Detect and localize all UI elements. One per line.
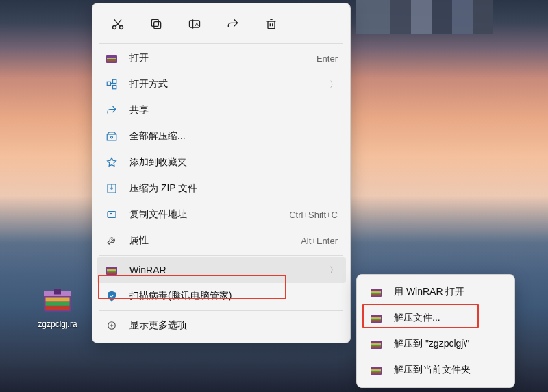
svg-text:A: A [195,21,199,27]
menu-properties-hint: Alt+Enter [301,236,338,246]
redacted-area [356,0,493,34]
svg-rect-14 [107,58,116,59]
winrar-icon [369,337,383,351]
desktop-file-label: zgzpclgj.ra [30,319,85,329]
menu-show-more[interactable]: 显示更多选项 [97,313,346,339]
submenu-extract-here-label: 解压到当前文件夹 [394,364,502,376]
svg-rect-4 [46,306,70,310]
winrar-icon [105,263,119,277]
svg-point-22 [111,188,112,189]
copy-path-icon [105,208,119,221]
submenu-open-label: 用 WinRAR 打开 [394,286,502,298]
more-icon [105,319,119,332]
svg-point-20 [111,136,113,138]
share-icon [105,103,119,117]
svg-rect-26 [107,271,116,273]
svg-rect-42 [371,369,381,371]
menu-scan-label: 扫描病毒(腾讯电脑管家) [129,290,338,302]
svg-rect-3 [46,302,70,306]
menu-copy-path-label: 复制文件地址 [129,208,289,221]
menu-share[interactable]: 共享 [97,97,346,123]
svg-rect-31 [371,293,381,295]
chevron-right-icon: 〉 [329,79,338,90]
separator [99,255,343,256]
svg-rect-27 [107,273,116,274]
menu-open-with-label: 打开方式 [129,78,324,90]
menu-extract-all-label: 全部解压缩... [129,130,338,143]
submenu-extract-to-label: 解压到 "zgzpclgj\" [394,338,502,350]
svg-rect-5 [54,289,61,295]
svg-rect-44 [371,373,381,374]
separator [99,310,343,311]
svg-rect-2 [46,298,70,302]
svg-rect-23 [108,212,116,218]
menu-open-label: 打开 [129,52,316,64]
svg-rect-40 [371,347,381,348]
winrar-icon [369,311,383,325]
open-with-icon [105,77,119,91]
svg-rect-16 [107,61,116,62]
extract-all-icon [105,130,119,143]
copy-icon[interactable] [143,13,169,35]
shield-icon [105,289,119,303]
svg-rect-8 [154,22,161,29]
svg-rect-18 [113,79,116,83]
menu-favorite-label: 添加到收藏夹 [129,156,338,169]
submenu-extract-files-label: 解压文件... [394,312,502,324]
menu-properties-label: 属性 [129,234,301,247]
menu-zip-label: 压缩为 ZIP 文件 [129,182,338,195]
submenu-extract-files[interactable]: 解压文件... [361,305,510,331]
svg-rect-36 [371,321,381,322]
svg-rect-38 [371,343,381,345]
svg-rect-30 [371,291,381,293]
menu-winrar-label: WinRAR [129,265,324,275]
winrar-icon [105,51,119,65]
svg-rect-12 [268,21,275,29]
winrar-submenu: 用 WinRAR 打开 解压文件... 解压到 "zgzpclgj\" 解压到当… [356,274,515,388]
menu-copy-path[interactable]: 复制文件地址 Ctrl+Shift+C [97,201,346,228]
svg-point-6 [113,26,116,29]
svg-rect-9 [151,19,158,26]
menu-copy-path-hint: Ctrl+Shift+C [289,210,338,220]
menu-more-label: 显示更多选项 [129,319,338,332]
svg-rect-43 [371,371,381,373]
winrar-icon [369,285,383,299]
menu-scan-virus[interactable]: 扫描病毒(腾讯电脑管家) [97,283,346,309]
menu-zip[interactable]: 压缩为 ZIP 文件 [97,175,346,201]
star-icon [105,156,119,169]
menu-share-label: 共享 [129,104,338,117]
desktop-file-zgzpclgj[interactable]: zgzpclgj.ra [30,282,85,329]
winrar-file-icon [40,282,75,317]
svg-rect-34 [371,317,381,319]
menu-open[interactable]: 打开 Enter [97,45,346,71]
chevron-right-icon: 〉 [329,265,338,276]
svg-rect-25 [107,269,116,271]
svg-rect-15 [107,60,116,61]
wrench-icon [105,234,119,247]
svg-rect-39 [371,345,381,347]
menu-winrar[interactable]: WinRAR 〉 [97,257,346,283]
svg-rect-35 [371,319,381,321]
menu-open-hint: Enter [316,53,338,64]
context-menu: A 打开 Enter 打开方式 〉 [92,3,351,343]
svg-rect-17 [107,82,110,85]
rename-icon[interactable]: A [182,13,208,35]
menu-open-with[interactable]: 打开方式 〉 [97,71,346,97]
separator [99,43,343,44]
submenu-extract-here[interactable]: 解压到当前文件夹 [361,357,510,383]
delete-icon[interactable] [258,13,284,35]
zip-icon [105,182,119,195]
submenu-extract-to[interactable]: 解压到 "zgzpclgj\" [361,331,510,357]
share-arrow-icon[interactable] [220,13,246,35]
menu-extract-all[interactable]: 全部解压缩... [97,123,346,149]
cut-icon[interactable] [105,13,131,35]
context-toolbar: A [97,8,346,42]
svg-rect-32 [371,295,381,296]
submenu-open-with-winrar[interactable]: 用 WinRAR 打开 [361,279,510,305]
svg-point-7 [120,26,123,29]
svg-rect-19 [113,86,116,89]
menu-properties[interactable]: 属性 Alt+Enter [97,228,346,254]
menu-favorite[interactable]: 添加到收藏夹 [97,149,346,175]
winrar-icon [369,363,383,377]
